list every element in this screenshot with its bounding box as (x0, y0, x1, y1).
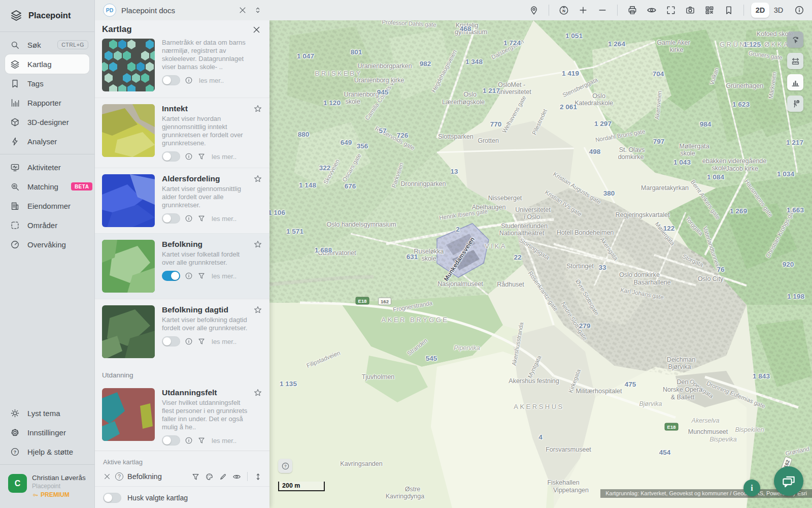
sidebar-item-kartlag[interactable]: Kartlag (5, 54, 89, 74)
locate-button[interactable] (526, 3, 542, 18)
camera-button[interactable] (683, 3, 698, 18)
layer-card-befolkning[interactable]: BefolkningKartet viser folketall fordelt… (95, 233, 269, 299)
info-button[interactable] (792, 3, 807, 18)
map-help-button[interactable]: ? (278, 459, 292, 473)
info-icon[interactable] (185, 214, 193, 223)
sidebar-item-sok[interactable]: SøkCTRL+G (0, 35, 94, 54)
bolt-icon (10, 137, 20, 146)
info-icon[interactable] (185, 436, 193, 444)
star-icon[interactable] (253, 174, 262, 183)
sidebar-item-omrader[interactable]: Områder (0, 215, 94, 235)
sidebar-item-aktiviteter[interactable]: Aktiviteter (0, 157, 94, 177)
eye-icon[interactable] (232, 472, 241, 481)
sidebar: Placepoint SøkCTRL+GKartlagTagsRapporter… (0, 0, 95, 508)
layer-card-befolkning-dagtid[interactable]: Befolkning dagtidKartet viser befolkning… (95, 299, 269, 364)
palette-icon[interactable] (205, 472, 214, 481)
remember-layers-toggle[interactable] (103, 493, 121, 503)
close-icon[interactable] (252, 25, 261, 35)
filter-icon[interactable] (197, 214, 206, 223)
user-profile[interactable]: C Christian Løverås Placepoint PREMIUM (0, 468, 94, 508)
sidebar-item-hjelp[interactable]: ?Hjelp & støtte (0, 442, 94, 461)
sidebar-item-overvaking[interactable]: Overvåking (0, 235, 94, 254)
compass-button[interactable]: N (556, 3, 571, 18)
layer-toggle[interactable] (162, 151, 180, 162)
edit-icon[interactable] (219, 472, 227, 481)
gauge-icon (10, 240, 20, 249)
eye-icon (647, 5, 657, 15)
les-mer-link[interactable]: les mer.. (212, 338, 236, 345)
filter-icon[interactable] (197, 337, 206, 345)
sidebar-item-label: Områder (27, 221, 57, 230)
layer-description: Barnetråkk er data om barns nærmiljø, re… (162, 39, 252, 71)
sidebar-item-label: Lyst tema (27, 409, 60, 418)
star-icon[interactable] (253, 104, 262, 113)
expand-icon[interactable] (253, 6, 262, 15)
filter-icon[interactable] (197, 272, 206, 280)
layer-toggle[interactable] (162, 435, 180, 446)
eye-button[interactable] (644, 3, 659, 18)
les-mer-link[interactable]: les mer.. (212, 153, 236, 161)
minus-button[interactable] (595, 3, 610, 18)
sidebar-item-matching[interactable]: MatchingBETA (0, 177, 94, 196)
close-icon[interactable] (238, 6, 247, 15)
layer-description: Viser hvilket utdanningsfelt flest perso… (162, 399, 252, 431)
search-box[interactable]: PD Placepoint docs (95, 4, 269, 17)
layer-thumbnail (102, 104, 155, 157)
bookmark-button[interactable] (721, 3, 736, 18)
info-icon[interactable] (185, 337, 193, 345)
les-mer-link[interactable]: les mer.. (199, 77, 224, 84)
qr-button[interactable] (702, 3, 717, 18)
fullscreen-button[interactable] (663, 3, 679, 18)
walk-time-button[interactable] (787, 96, 803, 112)
les-mer-link[interactable]: les mer.. (212, 215, 236, 223)
layer-toggle[interactable] (162, 75, 180, 85)
active-layer-row[interactable]: ? Befolkning (95, 470, 269, 487)
filter-icon[interactable] (197, 152, 206, 161)
les-mer-link[interactable]: les mer.. (212, 437, 236, 444)
remove-layer-icon[interactable] (103, 472, 111, 481)
divider (0, 154, 94, 154)
star-icon[interactable] (253, 240, 262, 249)
layer-toggle[interactable] (162, 213, 180, 224)
sidebar-item-lyst-tema[interactable]: Lyst tema (0, 403, 94, 423)
sidebar-item-rapporter[interactable]: Rapporter (0, 93, 94, 112)
layer-toggle[interactable] (162, 336, 180, 346)
layer-toggle[interactable] (162, 271, 180, 281)
les-mer-link[interactable]: les mer.. (212, 272, 236, 280)
plus-button[interactable] (576, 3, 591, 18)
star-icon[interactable] (253, 388, 262, 397)
avatar[interactable]: C (8, 474, 27, 493)
layer-list[interactable]: Barnetråkk er data om barns nærmiljø, re… (95, 39, 269, 451)
pointer-rotate-button[interactable] (787, 31, 803, 48)
filter-icon[interactable] (197, 436, 206, 444)
sidebar-item-tags[interactable]: Tags (0, 74, 94, 93)
sidebar-item-3d-designer[interactable]: 3D-designer (0, 112, 94, 132)
search-value[interactable]: Placepoint docs (121, 6, 233, 15)
sort-icon[interactable] (254, 472, 262, 481)
view-2d-button[interactable]: 2D (751, 3, 769, 18)
sidebar-item-analyser[interactable]: Analyser (0, 132, 94, 151)
premium-key-icon (32, 492, 39, 498)
chat-button[interactable] (774, 466, 803, 496)
printer-button[interactable] (625, 3, 640, 18)
layer-description: Kartet viser befolkning dagtid fordelt o… (162, 316, 252, 332)
layer-card-barnetrakk[interactable]: Barnetråkk er data om barns nærmiljø, re… (95, 39, 269, 98)
bar-chart-button[interactable] (787, 74, 803, 90)
chart-icon (10, 98, 20, 108)
view-mode-switch: 2D 3D (751, 3, 788, 18)
info-icon[interactable] (185, 272, 193, 280)
sidebar-item-innstillinger[interactable]: Innstillinger (0, 423, 94, 442)
sidebar-item-eiendommer[interactable]: Eiendommer (0, 196, 94, 215)
info-icon[interactable] (185, 152, 193, 161)
map-canvas[interactable]: BRISKEBYVIKAAKER BRYGGEAKERSHUSGRÜNERLØK… (269, 20, 812, 508)
layer-card-inntekt[interactable]: InntektKartet viser hvordan gjennomsnitt… (95, 98, 269, 168)
layers-logo-icon (10, 9, 22, 21)
measure-button[interactable] (787, 53, 803, 69)
map-info-button[interactable]: i (743, 480, 760, 496)
view-3d-button[interactable]: 3D (769, 3, 788, 18)
layer-card-aldersfordeling[interactable]: AldersfordelingKartet viser gjennomsnitt… (95, 168, 269, 233)
info-icon[interactable] (185, 76, 193, 84)
layer-card-utdanningsfelt[interactable]: UtdanningsfeltViser hvilket utdanningsfe… (95, 382, 269, 451)
star-icon[interactable] (253, 305, 262, 314)
filter-icon[interactable] (191, 472, 200, 481)
